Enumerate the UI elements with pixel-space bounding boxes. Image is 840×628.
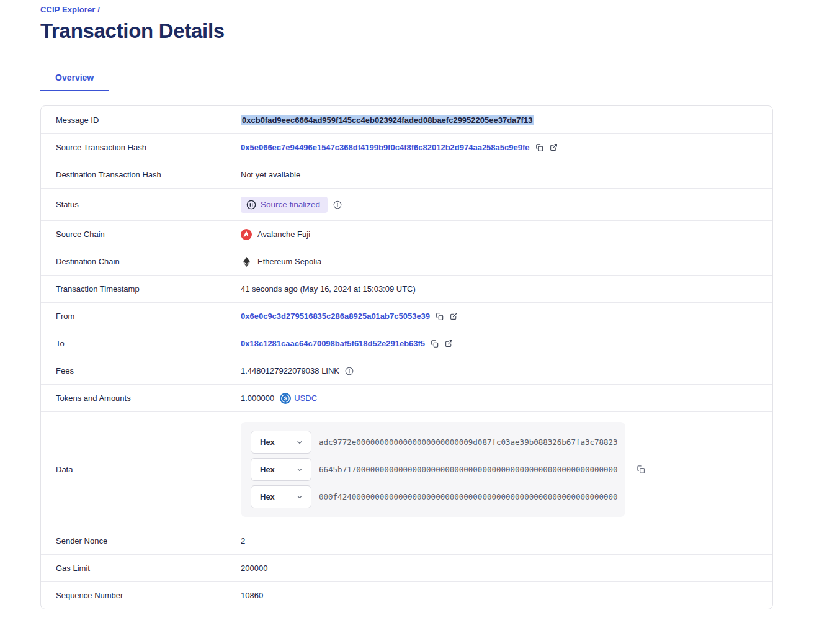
chevron-down-icon [296, 493, 303, 501]
status-badge: Source finalized [241, 197, 328, 213]
row-timestamp: Transaction Timestamp 41 seconds ago (Ma… [41, 275, 772, 302]
chevron-down-icon [296, 466, 303, 473]
timestamp-label: Transaction Timestamp [41, 284, 241, 294]
row-gas-limit: Gas Limit 200000 [41, 554, 772, 581]
source-chain-label: Source Chain [41, 230, 241, 239]
info-icon[interactable] [345, 367, 354, 375]
row-sender-nonce: Sender Nonce 2 [41, 527, 772, 554]
external-link-icon[interactable] [450, 312, 458, 320]
source-chain-value: Avalanche Fuji [241, 229, 310, 240]
row-tokens: Tokens and Amounts 1.000000 $ USDC [41, 384, 772, 411]
source-tx-hash-label: Source Transaction Hash [41, 143, 241, 152]
row-to: To 0x18c1281caac64c70098baf5f618d52e291e… [41, 330, 772, 357]
sequence-number-value: 10860 [241, 591, 263, 600]
data-format-value: Hex [260, 492, 275, 501]
source-chain-name: Avalanche Fuji [257, 230, 310, 239]
pause-circle-icon [246, 200, 256, 210]
row-message-id: Message ID 0xcb0fad9eec6664ad959f145cc4e… [41, 106, 772, 133]
chevron-down-icon [296, 439, 303, 446]
data-line: Hex 000f42400000000000000000000000000000… [251, 485, 615, 508]
breadcrumb-link-ccip-explorer[interactable]: CCIP Explorer [40, 5, 95, 14]
row-status: Status Source finalized [41, 188, 772, 220]
row-source-tx-hash: Source Transaction Hash 0x5e066ec7e94496… [41, 133, 772, 161]
token-link[interactable]: $ USDC [280, 393, 317, 404]
copy-icon[interactable] [535, 143, 544, 152]
from-address-link[interactable]: 0x6e0c9c3d279516835c286a8925a01ab7c5053e… [241, 312, 430, 321]
timestamp-value: 41 seconds ago (May 16, 2024 at 15:03:09… [241, 284, 416, 294]
status-label: Status [41, 200, 241, 209]
gas-limit-label: Gas Limit [41, 563, 241, 573]
fees-label: Fees [41, 366, 241, 375]
dest-chain-value: Ethereum Sepolia [241, 257, 321, 267]
sender-nonce-value: 2 [241, 536, 245, 545]
data-hex-value: 6645b71700000000000000000000000000000000… [319, 465, 618, 474]
transaction-details-page: CCIP Explorer / Transaction Details Over… [40, 5, 773, 609]
data-format-value: Hex [260, 465, 275, 474]
row-data: Data Hex adc9772e00000000000000000000000… [41, 411, 772, 527]
copy-icon[interactable] [637, 465, 646, 474]
to-address-link[interactable]: 0x18c1281caac64c70098baf5f618d52e291eb63… [241, 339, 425, 348]
data-line: Hex 6645b7170000000000000000000000000000… [251, 458, 615, 481]
data-box: Hex adc9772e0000000000000000000000009d08… [241, 422, 625, 517]
copy-icon[interactable] [436, 312, 444, 321]
row-source-chain: Source Chain Avalanche Fuji [41, 220, 772, 248]
source-tx-hash-link[interactable]: 0x5e066ec7e94496e1547c368df4199b9f0c4f8f… [241, 143, 530, 152]
row-dest-tx-hash: Destination Transaction Hash Not yet ava… [41, 161, 772, 188]
usdc-logo-icon: $ [280, 393, 291, 404]
data-label: Data [41, 465, 241, 474]
data-hex-value: 000f424000000000000000000000000000000000… [319, 492, 618, 501]
copy-icon[interactable] [431, 339, 439, 348]
message-id-value: 0xcb0fad9eec6664ad959f145cc4eb023924fade… [241, 115, 534, 125]
data-format-select[interactable]: Hex [251, 458, 311, 481]
tokens-label: Tokens and Amounts [41, 393, 241, 403]
data-format-value: Hex [260, 437, 275, 447]
row-dest-chain: Destination Chain Ethereum Sepolia [41, 248, 772, 275]
message-id-label: Message ID [41, 115, 241, 125]
data-format-select[interactable]: Hex [251, 485, 311, 508]
breadcrumb-separator: / [97, 5, 100, 14]
token-amount: 1.000000 [241, 393, 274, 403]
tab-bar: Overview [40, 66, 773, 91]
data-format-select[interactable]: Hex [251, 431, 311, 454]
tab-overview[interactable]: Overview [40, 66, 109, 91]
dest-chain-label: Destination Chain [41, 257, 241, 266]
dest-tx-hash-value: Not yet available [241, 170, 300, 179]
external-link-icon[interactable] [550, 143, 558, 151]
external-link-icon[interactable] [445, 339, 453, 348]
svg-text:$: $ [284, 395, 288, 401]
sender-nonce-label: Sender Nonce [41, 536, 241, 545]
data-line: Hex adc9772e0000000000000000000000009d08… [251, 431, 615, 454]
from-label: From [41, 312, 241, 321]
page-title: Transaction Details [40, 19, 773, 43]
row-sequence-number: Sequence Number 10860 [41, 581, 772, 609]
data-hex-value: adc9772e0000000000000000000000009d087fc0… [319, 437, 618, 447]
row-fees: Fees 1.4480127922079038 LINK [41, 357, 772, 384]
dest-chain-name: Ethereum Sepolia [257, 257, 321, 266]
to-label: To [41, 339, 241, 348]
avalanche-logo-icon [241, 229, 252, 240]
fees-value: 1.4480127922079038 LINK [241, 366, 339, 375]
info-icon[interactable] [333, 200, 342, 209]
row-from: From 0x6e0c9c3d279516835c286a8925a01ab7c… [41, 302, 772, 330]
sequence-number-label: Sequence Number [41, 591, 241, 600]
gas-limit-value: 200000 [241, 563, 267, 573]
transaction-details-card: Message ID 0xcb0fad9eec6664ad959f145cc4e… [40, 105, 773, 609]
breadcrumb: CCIP Explorer / [40, 5, 773, 14]
dest-tx-hash-label: Destination Transaction Hash [41, 170, 241, 179]
token-symbol: USDC [294, 393, 317, 403]
status-badge-text: Source finalized [261, 200, 320, 209]
ethereum-logo-icon [241, 257, 252, 267]
